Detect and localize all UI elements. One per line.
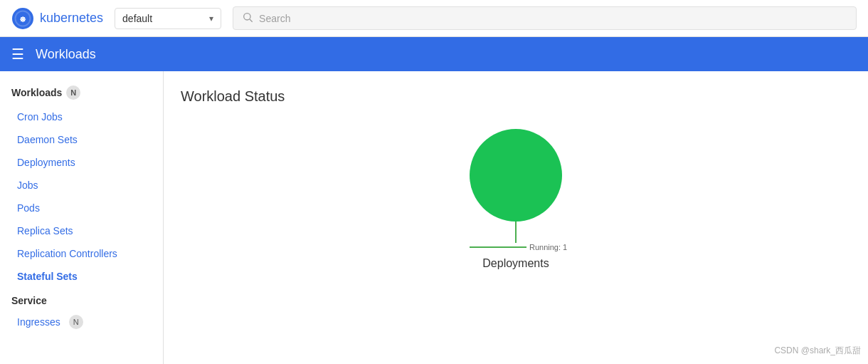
- workload-status-chart: Running: 1 Deployments: [181, 122, 851, 279]
- search-input[interactable]: [259, 13, 847, 24]
- svg-text:⎈: ⎈: [20, 14, 26, 24]
- sidebar-item-cron-jobs[interactable]: Cron Jobs: [0, 105, 163, 128]
- top-nav: ⎈ kubernetes default ▾: [0, 0, 868, 37]
- bubble-chart: Running: 1 Deployments: [409, 122, 623, 279]
- connector-horizontal-row: Running: 1: [470, 243, 567, 251]
- connector-horizontal-line: [470, 246, 526, 248]
- content-area: Workload Status Running: 1 Deployments: [164, 71, 868, 364]
- sidebar-item-jobs[interactable]: Jobs: [0, 174, 163, 197]
- sidebar-item-pods[interactable]: Pods: [0, 197, 163, 219]
- search-icon: [242, 11, 253, 25]
- header-title: Workloads: [36, 47, 96, 62]
- sidebar-workloads-label: Workloads: [11, 87, 62, 98]
- sidebar-workloads-header[interactable]: Workloads N: [0, 80, 163, 105]
- namespace-value: default: [122, 13, 203, 24]
- sidebar-item-stateful-sets[interactable]: Stateful Sets: [0, 265, 163, 288]
- sidebar-workloads-badge: N: [66, 85, 80, 100]
- sidebar-item-replica-sets[interactable]: Replica Sets: [0, 219, 163, 242]
- sidebar-item-daemon-sets[interactable]: Daemon Sets: [0, 128, 163, 151]
- chart-deployments-label: Deployments: [482, 257, 549, 270]
- sidebar: Workloads N Cron Jobs Daemon Sets Deploy…: [0, 71, 164, 364]
- running-label: Running: 1: [529, 243, 567, 251]
- logo-link[interactable]: ⎈ kubernetes: [11, 7, 103, 30]
- search-bar[interactable]: [233, 6, 857, 30]
- deployments-circle[interactable]: [470, 129, 562, 222]
- ingresses-badge: N: [69, 315, 83, 329]
- sidebar-item-replication-controllers[interactable]: Replication Controllers: [0, 242, 163, 265]
- page-title: Workload Status: [181, 88, 851, 105]
- connector-vertical-line: [515, 222, 517, 243]
- sidebar-item-ingresses[interactable]: Ingresses N: [0, 309, 163, 335]
- main-layout: Workloads N Cron Jobs Daemon Sets Deploy…: [0, 71, 868, 364]
- namespace-selector[interactable]: default ▾: [115, 8, 221, 29]
- chevron-down-icon: ▾: [209, 14, 213, 24]
- svg-point-2: [244, 14, 250, 20]
- sidebar-service-header: Service: [0, 288, 163, 309]
- menu-icon[interactable]: ☰: [11, 46, 24, 63]
- connector-area: Running: 1: [470, 222, 562, 251]
- header-bar: ☰ Workloads: [0, 37, 868, 71]
- svg-line-3: [250, 19, 253, 22]
- logo-text: kubernetes: [40, 11, 103, 26]
- sidebar-item-deployments[interactable]: Deployments: [0, 151, 163, 174]
- watermark: CSDN @shark_西瓜甜: [774, 345, 861, 357]
- kubernetes-logo-icon: ⎈: [11, 7, 34, 30]
